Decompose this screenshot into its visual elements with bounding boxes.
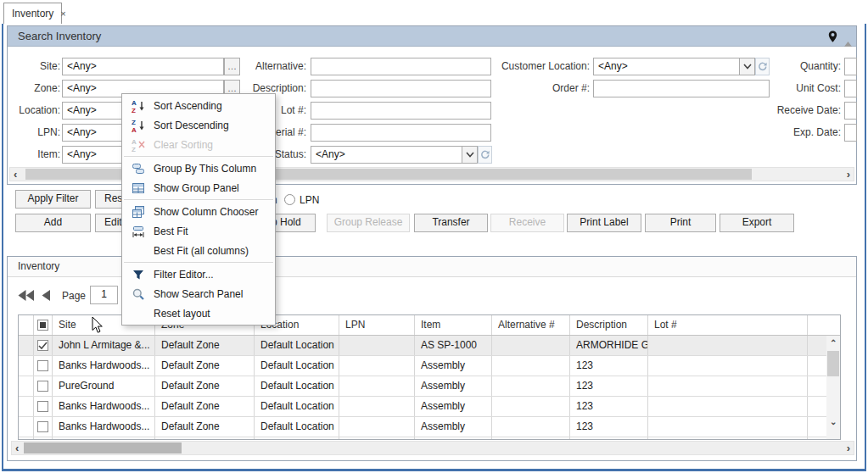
column-header-lpn[interactable]: LPN: [339, 315, 415, 335]
receive-button[interactable]: Receive: [490, 214, 564, 232]
menu-separator: [124, 262, 273, 263]
menu-item-best-fit[interactable]: Best Fit: [122, 221, 275, 241]
menu-item-sort-ascending[interactable]: AZ Sort Ascending: [122, 96, 275, 115]
checkmark-icon: [38, 342, 48, 350]
scroll-right-icon[interactable]: ›: [847, 442, 850, 454]
customer-location-dropdown-button[interactable]: [739, 58, 755, 75]
chevron-down-icon: [743, 64, 752, 70]
menu-item-show-search-panel[interactable]: Show Search Panel: [122, 284, 275, 303]
menu-item-show-column-chooser[interactable]: Show Column Chooser: [122, 202, 275, 221]
cell-item: Assembly: [415, 417, 492, 437]
menu-item-clear-sorting[interactable]: AZ Clear Sorting: [122, 135, 275, 154]
column-header-description[interactable]: Description: [570, 315, 648, 335]
frame-border-left: [2, 24, 3, 470]
order-number-input[interactable]: [593, 80, 770, 97]
table-row[interactable]: Banks Hardwoods... Default Zone Default …: [19, 356, 840, 376]
exp-date-input[interactable]: [844, 124, 857, 142]
first-page-button[interactable]: [18, 289, 35, 302]
tab-inventory[interactable]: Inventory ×: [3, 3, 62, 24]
mouse-cursor: [92, 316, 104, 337]
table-row[interactable]: Banks Hardwoods... Default Zone Default …: [19, 397, 840, 417]
customer-location-label: Customer Location:: [488, 58, 590, 75]
row-indicator: [19, 356, 34, 376]
table-row[interactable]: CSC-1 Default Zone Default Location Asse…: [19, 437, 840, 440]
row-checkbox[interactable]: [34, 336, 53, 355]
grid-vscroll-thumb[interactable]: [827, 351, 839, 376]
column-header-alternative[interactable]: Alternative #: [492, 315, 570, 335]
cell-location: Default Location: [255, 336, 339, 355]
row-checkbox[interactable]: [34, 417, 53, 437]
print-label-button[interactable]: Print Label: [567, 214, 641, 232]
cell-alternative: [492, 376, 570, 396]
cell-site: CSC-1: [53, 437, 155, 440]
cell-lpn: [339, 356, 415, 376]
row-checkbox[interactable]: [34, 397, 53, 416]
table-row[interactable]: Banks Hardwoods... Default Zone Default …: [19, 417, 840, 437]
scroll-down-icon[interactable]: ⌄: [830, 415, 837, 428]
cell-lpn: [339, 376, 415, 396]
menu-item-reset-layout[interactable]: Reset layout: [122, 303, 275, 323]
lpn-label: LPN:: [8, 124, 60, 142]
tab-close-icon[interactable]: ×: [60, 9, 65, 19]
menu-item-group-by-this-column[interactable]: Group By This Column: [122, 159, 275, 178]
previous-page-button[interactable]: [42, 289, 51, 302]
scroll-left-icon[interactable]: ‹: [15, 442, 19, 454]
pin-icon[interactable]: [828, 30, 837, 49]
row-indicator: [19, 417, 34, 437]
status-refresh-button[interactable]: [478, 146, 492, 164]
menu-item-show-group-panel[interactable]: Show Group Panel: [122, 178, 275, 198]
cell-description: ARMORHIDE GRAY...: [570, 336, 648, 355]
apply-filter-button[interactable]: Apply Filter: [15, 190, 91, 209]
receive-date-label: Receive Date:: [768, 102, 841, 120]
column-header-item[interactable]: Item: [415, 315, 492, 335]
menu-item-filter-editor[interactable]: Filter Editor...: [122, 264, 275, 284]
cell-zone: Default Zone: [155, 356, 255, 376]
filter-funnel-icon: [129, 268, 148, 281]
row-checkbox[interactable]: [34, 356, 53, 376]
table-row[interactable]: PureGround Default Zone Default Location…: [19, 376, 840, 397]
cell-site: Banks Hardwoods...: [53, 397, 155, 416]
collapse-panel-icon[interactable]: [844, 33, 852, 53]
indeterminate-check-icon: [40, 322, 46, 328]
menu-item-sort-descending[interactable]: ZA Sort Descending: [122, 115, 275, 135]
receive-date-input[interactable]: [844, 102, 857, 120]
grid-hscroll-thumb[interactable]: [24, 442, 182, 454]
cell-filler: [808, 397, 826, 416]
unit-cost-input[interactable]: [844, 80, 857, 97]
group-release-button[interactable]: Group Release: [327, 214, 410, 232]
lpn-radio[interactable]: [284, 194, 295, 205]
status-dropdown-button[interactable]: [462, 146, 478, 164]
export-button[interactable]: Export: [720, 214, 794, 232]
cell-lpn: [339, 417, 415, 437]
select-all-checkbox[interactable]: [34, 315, 53, 335]
alternative-label: Alternative:: [221, 58, 306, 75]
app-window: Inventory × Search Inventory Site: <Any>…: [0, 0, 868, 473]
grid-hscrollbar[interactable]: ‹ ›: [11, 441, 854, 455]
menu-item-best-fit-all-columns[interactable]: Best Fit (all columns): [122, 241, 275, 260]
serial-number-input[interactable]: [311, 124, 491, 142]
chevron-down-icon: [466, 152, 474, 158]
cell-filler: [808, 376, 826, 396]
column-header-lot[interactable]: Lot #: [648, 315, 808, 335]
cell-lot: [648, 336, 808, 355]
site-input[interactable]: <Any>: [62, 58, 224, 75]
page-number-input[interactable]: 1: [90, 286, 118, 304]
cell-description: 123: [570, 397, 648, 416]
alternative-input[interactable]: [311, 58, 491, 75]
print-button[interactable]: Print: [645, 214, 716, 232]
row-checkbox[interactable]: [34, 437, 53, 440]
table-row[interactable]: John L Armitage &... Default Zone Defaul…: [19, 336, 840, 356]
lot-number-input[interactable]: [311, 102, 491, 120]
refresh-icon: [480, 150, 490, 159]
scroll-left-icon[interactable]: ‹: [14, 168, 17, 181]
description-input[interactable]: [311, 80, 491, 97]
transfer-button[interactable]: Transfer: [414, 214, 488, 232]
add-button[interactable]: Add: [15, 214, 91, 232]
cell-zone: Default Zone: [155, 437, 255, 440]
quantity-input[interactable]: [844, 58, 857, 75]
row-checkbox[interactable]: [34, 376, 53, 396]
scroll-right-icon[interactable]: ›: [847, 168, 850, 181]
scroll-up-icon[interactable]: ⌃: [830, 337, 837, 349]
grid-vscrollbar[interactable]: ⌃ ⌄: [826, 336, 840, 440]
cell-location: Default Location: [255, 397, 339, 416]
